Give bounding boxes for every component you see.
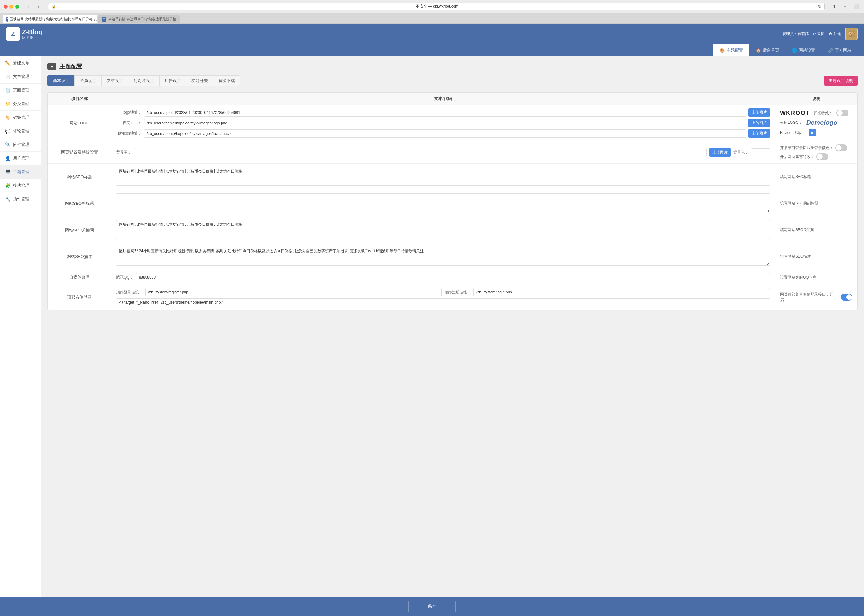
favicon-url-input[interactable]	[144, 129, 746, 138]
app-header: Z Z-Blog for PHP 管理员：有聊猿 ↩ 返回 ⏻ 注销 🐒	[0, 24, 864, 44]
qq-label: 腾讯QQ：	[116, 275, 134, 280]
login-link-row: 顶部登录链接： 顶部注册链接：	[116, 288, 770, 296]
new-tab-button[interactable]: ＋	[840, 3, 850, 11]
logo-name: Z-Blog	[22, 28, 42, 36]
seo-subtitle-input[interactable]	[116, 193, 770, 212]
tab-resource-download[interactable]: 资源下载	[213, 75, 240, 86]
seo-keywords-input[interactable]: 区块链网,比特币最新行情,以太坊行情,比特币今日价格,以太坊今日价格	[116, 220, 770, 239]
qq-row: 腾讯QQ：	[116, 273, 770, 281]
return-link[interactable]: ↩ 返回	[813, 31, 825, 37]
night-logo-input-row: 夜间logo： 上传图片	[116, 119, 770, 127]
logo-text: Z-Blog for PHP	[22, 28, 42, 39]
row-logo: 网站LOGO logo地址： 上传图片 夜间logo： 上传图片	[48, 105, 857, 141]
sidebar-item-themes[interactable]: 🖥️ 主题管理	[0, 165, 41, 179]
sidebar-item-modules[interactable]: 🧩 模块管理	[0, 179, 41, 192]
favicon-upload-button[interactable]: 上传图片	[748, 129, 770, 138]
sidebar-item-categories[interactable]: 📁 分类管理	[0, 97, 41, 111]
header-right: 管理员：有聊猿 ↩ 返回 ⏻ 注销 🐒	[782, 28, 858, 40]
maximize-button[interactable]	[15, 5, 19, 9]
security-icon: 🔒	[52, 5, 56, 9]
desc-seo-desc: 填写网站SEO描述	[775, 251, 857, 262]
extra-link-input[interactable]	[116, 298, 770, 306]
tab-slideshow-settings[interactable]: 幻灯片设置	[128, 75, 159, 86]
browser-tab-active[interactable]: Z 区块链网|比特币最新行情|以太坊行情|比特币今日价格|以太坊今日价格 - 主…	[3, 15, 97, 24]
tab-basic-settings[interactable]: 基本设置	[47, 75, 74, 86]
categories-icon: 📁	[5, 101, 11, 106]
nav-official[interactable]: 🔗 官方网站	[822, 44, 858, 57]
save-button[interactable]: 保存	[408, 601, 456, 612]
sidebar-item-users[interactable]: 👤 用户管理	[0, 152, 41, 165]
plugins-icon: 🔧	[5, 196, 11, 202]
extra-link-row	[116, 298, 770, 306]
bg-url-input[interactable]	[134, 148, 707, 156]
theme-help-button[interactable]: 主题设置说明	[824, 75, 858, 86]
logo-upload-button[interactable]: 上传图片	[748, 108, 770, 117]
users-icon: 👤	[5, 156, 11, 161]
share-button[interactable]: ⬆	[830, 3, 839, 11]
sidebar-item-tags[interactable]: 🏷️ 标签管理	[0, 111, 41, 124]
night-logo-upload-button[interactable]: 上传图片	[748, 119, 770, 127]
forward-button[interactable]: ›	[34, 3, 43, 11]
tab-article-settings[interactable]: 文章设置	[101, 75, 128, 86]
sidebar-item-articles[interactable]: 📄 文章管理	[0, 70, 41, 83]
bg-color-label: 背景色：	[733, 150, 748, 155]
header-links: ↩ 返回 ⏻ 注销	[813, 31, 841, 37]
sidebar: ✏️ 新建文章 📄 文章管理 🗒️ 页面管理 📁 分类管理 🏷️ 标签管理 💬	[0, 57, 41, 614]
save-bar: 保存	[0, 597, 864, 614]
night-logo-field-label: 夜间logo：	[116, 120, 141, 126]
bg-upload-button[interactable]: 上传图片	[709, 148, 731, 157]
sidebar-button[interactable]: ⬜	[851, 3, 860, 11]
tab-global-settings[interactable]: 全局设置	[74, 75, 101, 86]
sidebar-item-pages[interactable]: 🗒️ 页面管理	[0, 83, 41, 97]
seo-title-input[interactable]: 区块链网|比特币最新行情|以太坊行情|比特币今日价格|以太坊今日价格	[116, 167, 770, 186]
nav-theme-config[interactable]: 🎨 主题配置	[713, 44, 749, 57]
favicon-preview-icon: ▶	[809, 129, 816, 137]
night-logo-url-input[interactable]	[144, 119, 746, 127]
content-area: ■ 主题配置 基本设置 全局设置 文章设置 幻灯片设置	[41, 57, 864, 614]
seo-desc-input[interactable]: 区块链网7*24小时更新有关比特币最新行情,以太坊行情,实时关注比特币今日价格以…	[116, 247, 770, 266]
back-button[interactable]: ‹	[24, 3, 33, 11]
nav-icon-settings: 🌐	[792, 48, 797, 53]
tab-favicon-2: T	[102, 17, 106, 22]
reg-url-input[interactable]	[473, 288, 770, 296]
minimize-button[interactable]	[9, 5, 13, 9]
logout-link[interactable]: ⏻ 注销	[829, 31, 841, 37]
tab-feature-toggle[interactable]: 功能开关	[186, 75, 213, 86]
sidebar-item-plugins[interactable]: 🔧 插件管理	[0, 192, 41, 206]
nav-dashboard[interactable]: 🏠 后台首页	[749, 44, 785, 57]
browser-chrome: ‹ › 🔒 不安全 — qkl.wkroot.com ↻ ⬆ ＋ ⬜ Z 区块链…	[0, 0, 864, 24]
nav-site-settings[interactable]: 🌐 网站设置	[785, 44, 822, 57]
table-header: 项目名称 文本/代码 说明	[48, 93, 857, 105]
tab-ad-settings[interactable]: 广告设置	[159, 75, 186, 86]
sidebar-item-comments[interactable]: 💬 评论管理	[0, 124, 41, 138]
snow-effect-toggle[interactable]	[816, 153, 828, 160]
app-logo: Z Z-Blog for PHP	[6, 27, 42, 41]
scan-effect-toggle[interactable]	[836, 110, 848, 116]
row-login: 顶部右侧登录 顶部登录链接： 顶部注册链接：	[48, 285, 857, 310]
login-label: 顶部登录链接：	[116, 290, 143, 295]
bg-color-input[interactable]	[751, 148, 770, 156]
logo-main-preview: WKROOT 扫光特效：	[780, 110, 852, 116]
login-toggle[interactable]	[840, 294, 852, 301]
sidebar-item-new-article[interactable]: ✏️ 新建文章	[0, 57, 41, 70]
logo-url-input[interactable]	[144, 108, 746, 117]
reload-icon[interactable]: ↻	[818, 5, 821, 9]
header-desc: 说明	[775, 93, 857, 105]
snow-effect-label: 开启网页飘雪特效：	[780, 154, 814, 160]
sidebar-item-attachments[interactable]: 📎 附件管理	[0, 138, 41, 152]
qq-input[interactable]	[136, 273, 770, 281]
favicon-label-text: Favicon图标：	[780, 130, 805, 135]
festival-bg-toggle[interactable]	[835, 145, 847, 151]
desc-logo: WKROOT 扫光特效： 夜间LOGO： Demologo Favicon图标：…	[775, 106, 857, 140]
modules-icon: 🧩	[5, 183, 11, 188]
browser-tab-inactive[interactable]: T 泰达币行情|泰达币今日行情|泰达币最新价格	[98, 15, 180, 24]
new-article-icon: ✏️	[5, 60, 11, 66]
festival-bg-label: 开启节日背景图片及背景颜色：	[780, 145, 833, 151]
address-bar[interactable]: 🔒 不安全 — qkl.wkroot.com ↻	[48, 3, 825, 11]
login-url-input[interactable]	[145, 288, 442, 296]
close-button[interactable]	[4, 5, 8, 9]
logo-input-row: logo地址： 上传图片	[116, 108, 770, 117]
value-seo-desc: 区块链网7*24小时更新有关比特币最新行情,以太坊行情,实时关注比特币今日价格以…	[111, 244, 775, 270]
traffic-lights	[4, 5, 19, 9]
label-background: 网页背景及特效设置	[48, 145, 111, 160]
